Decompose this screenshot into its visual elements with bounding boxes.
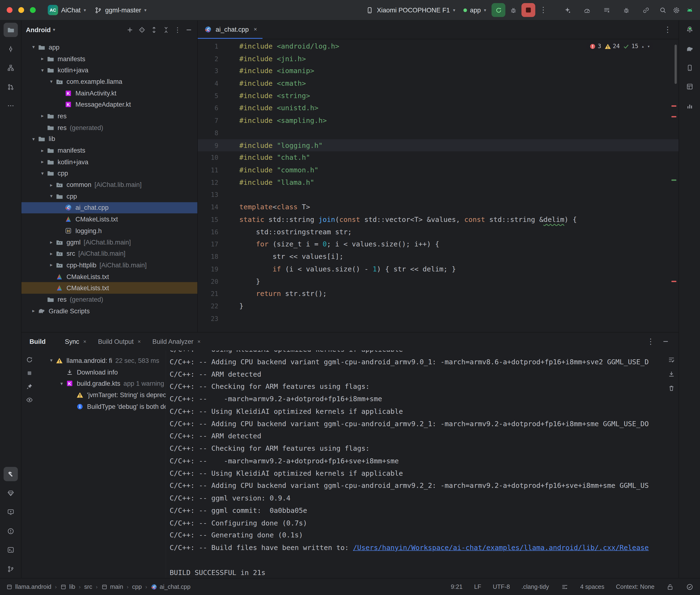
device-mirroring-button[interactable] <box>639 3 653 17</box>
line-number[interactable]: 5 <box>198 92 230 100</box>
close-icon[interactable]: × <box>138 338 141 344</box>
terminal-tool-button[interactable] <box>4 543 18 557</box>
project-tree-item[interactable]: Cai_chat.cpp <box>22 202 197 214</box>
code-line[interactable]: 5#include <string> <box>198 90 678 102</box>
build-tree-item[interactable]: ▾llama.android: fi22 sec, 583 ms <box>43 355 166 366</box>
line-number[interactable]: 9 <box>198 142 230 149</box>
project-widget[interactable]: AC AiChat ▾ <box>44 3 90 18</box>
gemini-button[interactable] <box>561 3 574 17</box>
project-tree-item[interactable]: ▸Gradle Scripts <box>22 305 197 317</box>
line-number[interactable]: 23 <box>198 315 230 322</box>
project-tree-item[interactable]: res(generated) <box>22 122 197 133</box>
pin-icon[interactable] <box>26 382 34 391</box>
clang-tidy[interactable]: .clang-tidy <box>522 583 549 590</box>
line-number[interactable]: 11 <box>198 166 230 174</box>
editor-options-button[interactable]: ⋮ <box>664 25 671 34</box>
project-tree-item[interactable]: ▸res <box>22 110 197 122</box>
profiler-button[interactable] <box>581 3 594 17</box>
select-opened-file-button[interactable] <box>138 26 146 34</box>
breadcrumb-item[interactable]: lib <box>60 583 75 590</box>
soft-wrap-icon[interactable] <box>667 356 675 364</box>
line-number[interactable]: 13 <box>198 191 230 198</box>
zoom-window-button[interactable] <box>30 7 36 13</box>
run-configuration-selector[interactable]: app ▾ <box>459 4 490 16</box>
device-selector[interactable]: Xiaomi POCOPHONE F1 ▾ <box>362 4 459 16</box>
project-view-selector[interactable]: Android <box>26 26 51 34</box>
rerun-button[interactable] <box>492 3 505 17</box>
breadcrumb-item[interactable]: src <box>84 583 92 590</box>
gradle-tool-button[interactable] <box>682 42 697 56</box>
line-number[interactable]: 1 <box>198 43 230 50</box>
code-line[interactable]: 22} <box>198 300 678 312</box>
clear-console-icon[interactable] <box>667 384 675 392</box>
code-line[interactable]: 9#include "logging.h" <box>198 139 678 151</box>
close-icon[interactable]: × <box>254 26 257 33</box>
running-devices-tool-button[interactable] <box>4 505 18 519</box>
code-line[interactable]: 11#include "common.h" <box>198 164 678 176</box>
problems-tool-button[interactable] <box>4 524 18 538</box>
context[interactable]: Context: None <box>616 583 654 590</box>
code-line[interactable]: 3#include <iomanip> <box>198 65 678 77</box>
chevron-right-icon[interactable]: ▸ <box>47 251 56 256</box>
build-tab-sync[interactable]: Sync× <box>59 333 92 350</box>
code-line[interactable]: 2#include <jni.h> <box>198 53 678 65</box>
logcat-button[interactable] <box>600 3 613 17</box>
chevron-right-icon[interactable]: ▸ <box>38 148 47 153</box>
stop-sync-icon[interactable] <box>26 369 34 377</box>
editor-tab[interactable]: C ai_chat.cpp × <box>198 21 262 39</box>
code-line[interactable]: 15static std::string join(const std::vec… <box>198 213 678 226</box>
build-tree-item[interactable]: ▾Kbuild.gradle.ktsapp 1 warning <box>43 378 166 389</box>
project-tree-item[interactable]: ▸manifests <box>22 53 197 64</box>
line-number[interactable]: 15 <box>198 216 230 223</box>
chevron-right-icon[interactable]: ▸ <box>47 182 56 188</box>
chevron-down-icon[interactable]: ▾ <box>38 170 47 176</box>
project-tree-item[interactable]: ▸manifests <box>22 145 197 156</box>
line-number[interactable]: 21 <box>198 290 230 298</box>
breadcrumb-item[interactable]: main <box>101 583 123 590</box>
debug-button[interactable] <box>507 3 520 17</box>
line-separator[interactable]: LF <box>474 583 481 590</box>
line-number[interactable]: 12 <box>198 179 230 186</box>
chevron-down-icon[interactable]: ▾ <box>30 136 38 142</box>
error-stripe-mark[interactable] <box>671 116 676 117</box>
project-options-button[interactable]: ⋮ <box>174 26 181 34</box>
project-tree-item[interactable]: ▸cpp-httplib[AiChat.lib.main] <box>22 259 197 271</box>
hide-build-panel-button[interactable] <box>662 337 670 345</box>
project-tree-item[interactable]: ▸kotlin+java <box>22 156 197 168</box>
chevron-right-icon[interactable]: ▸ <box>38 159 47 165</box>
project-tree-item[interactable]: CMakeLists.txt <box>22 214 197 225</box>
code-line[interactable]: 14template<class T> <box>198 201 678 213</box>
console-link[interactable]: /Users/hanyin/Workspace/ai-chat/examples… <box>353 544 649 552</box>
scrollbar-thumb[interactable] <box>674 45 677 84</box>
stop-button[interactable] <box>521 3 535 17</box>
structure-tool-button[interactable] <box>4 61 18 75</box>
expand-all-button[interactable] <box>150 26 158 34</box>
line-number[interactable]: 18 <box>198 253 230 260</box>
commit-tool-button[interactable] <box>4 42 18 56</box>
file-lock[interactable] <box>666 583 674 591</box>
code-line[interactable]: 21 return str.str(); <box>198 288 678 300</box>
line-number[interactable]: 16 <box>198 228 230 235</box>
chevron-down-icon[interactable]: ▾ <box>30 44 38 50</box>
code-line[interactable]: 23 <box>198 312 678 325</box>
error-stripe-mark[interactable] <box>671 105 676 107</box>
code-editor[interactable]: 1#include <android/log.h>2#include <jni.… <box>198 39 678 332</box>
project-tree-item[interactable]: ▾cpp <box>22 168 197 179</box>
breadcrumb-item[interactable]: Cai_chat.cpp <box>151 583 191 590</box>
add-button[interactable] <box>126 26 134 34</box>
resource-manager-tool-button[interactable] <box>4 486 18 501</box>
version-control-tool-button[interactable] <box>4 562 18 576</box>
build-tab-build-output[interactable]: Build Output× <box>92 333 146 350</box>
close-icon[interactable]: × <box>197 338 200 344</box>
code-line[interactable]: 10#include "chat.h" <box>198 151 678 164</box>
build-options-button[interactable]: ⋮ <box>647 337 654 346</box>
project-tree-item[interactable]: KMainActivity.kt <box>22 87 197 99</box>
close-window-button[interactable] <box>7 7 12 13</box>
code-line[interactable]: 16 std::ostringstream str; <box>198 226 678 238</box>
code-line[interactable]: 20 } <box>198 275 678 288</box>
minimize-window-button[interactable] <box>18 7 24 13</box>
chevron-right-icon[interactable]: ▸ <box>30 308 38 314</box>
project-tree-item[interactable]: ▾lib <box>22 133 197 145</box>
code-line[interactable]: 19 if (i < values.size() - 1) { str << d… <box>198 263 678 275</box>
prev-problem-button[interactable]: ▴ <box>641 44 644 49</box>
